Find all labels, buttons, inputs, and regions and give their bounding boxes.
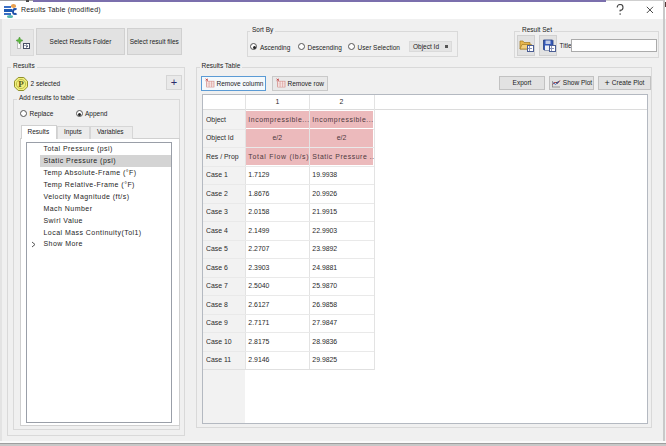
svg-text:P: P [18, 79, 24, 89]
